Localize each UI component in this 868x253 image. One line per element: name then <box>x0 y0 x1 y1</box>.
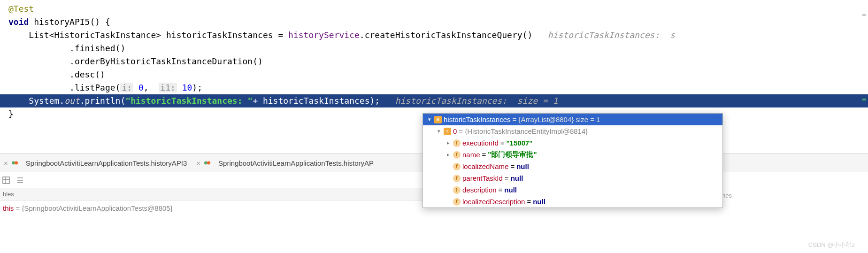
tab-item[interactable]: SpringbootActivitiLearnApplicationTests.… <box>20 159 193 167</box>
debug-tree-row[interactable]: ▸f executionId = "15007" <box>423 137 722 149</box>
debug-tree-row[interactable]: f localizedDescription = null <box>423 196 722 207</box>
field-icon: f <box>453 198 461 206</box>
param-hint: i: <box>120 83 133 92</box>
variable-value: null <box>533 198 545 206</box>
variable-value: null <box>504 186 517 194</box>
list-view-icon[interactable] <box>16 176 24 184</box>
debug-tree-row[interactable]: f parentTaskId = null <box>423 172 722 184</box>
variable-name: historicTaskInstances <box>444 115 511 123</box>
variable-row[interactable]: this = {SpringbootActivitiLearnApplicati… <box>0 204 173 212</box>
close-tab-button[interactable]: × <box>0 159 12 167</box>
svg-point-1 <box>15 161 18 165</box>
expand-icon[interactable]: ▾ <box>436 128 442 134</box>
variable-name: executionId <box>462 139 499 147</box>
code-line: void historyAPI5() { <box>0 15 868 29</box>
field-icon: f <box>453 186 461 194</box>
variable-name: 0 <box>453 127 457 135</box>
variable-name: description <box>462 186 497 194</box>
code-line: @Test <box>0 2 868 15</box>
variable-value: null <box>516 162 529 170</box>
current-execution-line: System.out.println("historicTaskInstance… <box>0 94 868 107</box>
expand-icon[interactable]: ▸ <box>446 140 451 146</box>
code-line: .listPage(i: 0, i1: 10); <box>0 81 868 94</box>
variable-value: null <box>511 174 523 182</box>
debug-tree-row[interactable]: f description = null <box>423 184 722 196</box>
variable-value: "15007" <box>507 139 533 147</box>
code-line: .orderByHistoricTaskInstanceDuration() <box>0 55 868 68</box>
run-icon <box>204 160 211 166</box>
debug-tree-row[interactable]: ▾ ≡ historicTaskInstances = {ArrayList@8… <box>423 114 722 125</box>
watermark: CSDN @小小印z <box>808 241 855 249</box>
code-editor[interactable]: @Test void historyAPI5() { List<Historic… <box>0 0 868 121</box>
inline-hint: historicTaskInstances: size = 1 <box>380 96 558 106</box>
field-icon: f <box>453 163 461 170</box>
list-icon: ≡ <box>434 116 442 123</box>
table-view-icon[interactable] <box>2 176 10 184</box>
expand-icon[interactable]: ▾ <box>427 116 432 123</box>
param-hint: i1: <box>159 83 177 92</box>
tab-item[interactable]: SpringbootActivitiLearnApplicationTests.… <box>213 159 379 167</box>
code-line: List<HistoricTaskInstance> historicTaskI… <box>0 29 868 42</box>
debug-inspect-popup[interactable]: ▾ ≡ historicTaskInstances = {ArrayList@8… <box>422 113 723 208</box>
variable-name: parentTaskId <box>462 174 503 182</box>
inline-hint: historicTaskInstances: s <box>532 30 675 40</box>
field-icon: f <box>453 175 461 182</box>
code-line: .finished() <box>0 42 868 55</box>
field-icon: f <box>453 139 461 147</box>
variable-value: "部门领导审批" <box>488 150 537 159</box>
editor-marker-strip[interactable] <box>862 0 867 150</box>
variable-name: this <box>3 204 14 212</box>
close-tab-button[interactable]: × <box>192 159 204 167</box>
svg-point-2 <box>204 161 207 165</box>
debug-tree-row[interactable]: ▸f name = "部门领导审批" <box>423 149 722 161</box>
annotation: @Test <box>8 4 34 14</box>
svg-point-0 <box>12 161 15 165</box>
debug-tree-row[interactable]: f localizedName = null <box>423 161 722 172</box>
variables-panel-header: bles <box>0 188 422 200</box>
run-icon <box>12 160 18 166</box>
field-icon: f <box>453 151 461 159</box>
expand-icon[interactable]: ▸ <box>446 152 451 158</box>
code-line: .desc() <box>0 68 868 81</box>
svg-point-3 <box>207 161 210 165</box>
list-icon: ≡ <box>444 128 451 135</box>
variable-name: localizedName <box>462 162 508 170</box>
variable-name: name <box>462 151 480 159</box>
variable-value: = {SpringbootActivitiLearnApplicationTes… <box>14 204 172 212</box>
debug-tree-row[interactable]: ▾ ≡ 0 = {HistoricTaskInstanceEntityImpl@… <box>423 125 722 137</box>
svg-rect-4 <box>3 177 9 184</box>
variable-name: localizedDescription <box>462 198 525 206</box>
